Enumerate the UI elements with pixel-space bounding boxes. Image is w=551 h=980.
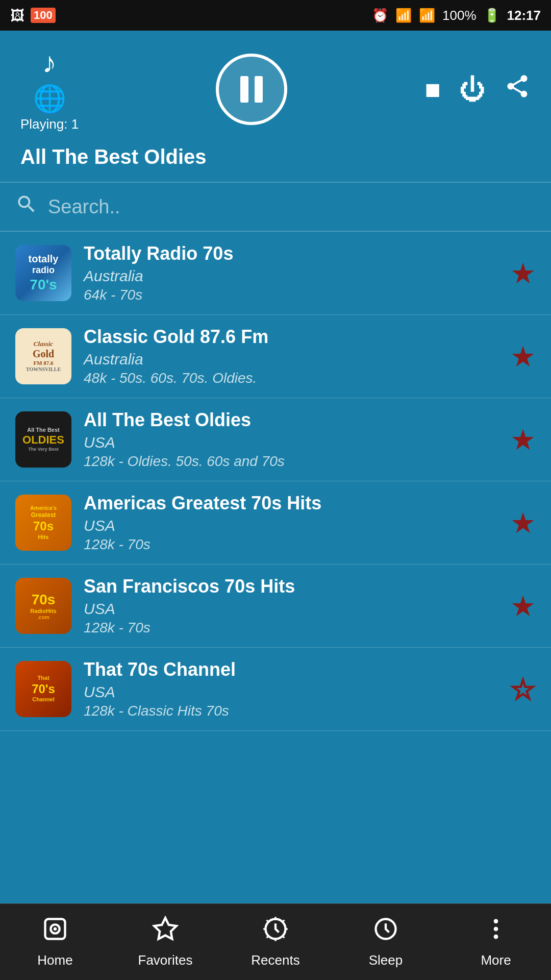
station-info-6: That 70s Channel USA 128k - Classic Hits… — [84, 659, 498, 719]
station-info-2: Classic Gold 87.6 Fm Australia 48k - 50s… — [84, 326, 498, 386]
status-right: ⏰ 📶 📶 100% 🔋 12:17 — [372, 8, 541, 23]
sleep-icon — [372, 916, 399, 948]
favorite-star-5[interactable]: ★ — [510, 590, 536, 623]
station-info-3: All The Best Oldies USA 128k - Oldies. 5… — [84, 409, 498, 470]
stop-button[interactable]: ■ — [425, 74, 441, 105]
station-bitrate-2: 48k - 50s. 60s. 70s. Oldies. — [84, 370, 498, 386]
station-logo-3: All The Best OLDIES The Very Best — [15, 411, 71, 468]
station-country-4: USA — [84, 517, 498, 534]
globe-icon[interactable]: 🌐 — [33, 83, 66, 114]
share-button[interactable] — [504, 73, 531, 106]
station-info-1: Totally Radio 70s Australia 64k - 70s — [84, 243, 498, 303]
photo-icon: 🖼 — [10, 7, 24, 24]
battery-percent: 100% — [442, 8, 477, 23]
station-bitrate-6: 128k - Classic Hits 70s — [84, 703, 498, 719]
svg-point-2 — [54, 927, 57, 931]
power-button[interactable]: ⏻ — [459, 74, 486, 105]
nav-favorites-label: Favorites — [138, 952, 193, 968]
station-country-6: USA — [84, 683, 498, 701]
favorite-star-2[interactable]: ★ — [510, 340, 536, 373]
recents-icon — [262, 916, 289, 948]
header: ♪ 🌐 Playing: 1 ■ ⏻ — [0, 31, 551, 182]
bottom-nav: Home Favorites Recents Sleep — [0, 903, 551, 980]
nav-sleep[interactable]: Sleep — [331, 916, 441, 968]
status-left: 🖼 100 — [10, 7, 56, 24]
header-left-controls: ♪ 🌐 Playing: 1 — [20, 46, 79, 132]
nav-more[interactable]: More — [441, 916, 551, 968]
list-item[interactable]: Classic Gold FM 87.6 TOWNSVILLE Classic … — [0, 315, 551, 398]
station-logo-4: America's Greatest 70s Hits — [15, 495, 71, 551]
station-country-3: USA — [84, 434, 498, 451]
header-center — [216, 54, 287, 125]
nav-home[interactable]: Home — [0, 916, 110, 968]
svg-point-6 — [494, 927, 498, 932]
list-item[interactable]: totally radio 70's Totally Radio 70s Aus… — [0, 232, 551, 315]
nav-favorites[interactable]: Favorites — [110, 916, 220, 968]
favorite-star-3[interactable]: ★ — [510, 423, 536, 456]
wifi-icon: 📶 — [395, 8, 412, 23]
header-right-controls: ■ ⏻ — [425, 73, 531, 106]
search-bar — [0, 182, 551, 232]
station-logo-5: 70s RadioHits .com — [15, 578, 71, 634]
nav-recents[interactable]: Recents — [220, 916, 331, 968]
station-country-5: USA — [84, 600, 498, 618]
nav-more-label: More — [481, 952, 511, 968]
station-info-5: San Franciscos 70s Hits USA 128k - 70s — [84, 576, 498, 636]
home-icon — [42, 916, 68, 948]
battery-icon: 🔋 — [484, 8, 500, 23]
list-item[interactable]: That 70's Channel That 70s Channel USA 1… — [0, 648, 551, 731]
station-list: totally radio 70's Totally Radio 70s Aus… — [0, 232, 551, 926]
playing-label: Playing: 1 — [20, 116, 79, 132]
station-bitrate-5: 128k - 70s — [84, 620, 498, 636]
station-logo-2: Classic Gold FM 87.6 TOWNSVILLE — [15, 328, 71, 384]
station-name-2: Classic Gold 87.6 Fm — [84, 326, 498, 348]
status-bar: 🖼 100 ⏰ 📶 📶 100% 🔋 12:17 — [0, 0, 551, 31]
station-info-4: Americas Greatest 70s Hits USA 128k - 70… — [84, 493, 498, 553]
search-input[interactable] — [48, 196, 536, 218]
alarm-icon: ⏰ — [372, 8, 388, 23]
svg-point-5 — [494, 919, 498, 924]
station-country-2: Australia — [84, 351, 498, 368]
signal-icon: 📶 — [419, 8, 435, 23]
svg-point-7 — [494, 935, 498, 939]
station-bitrate-1: 64k - 70s — [84, 287, 498, 303]
favorite-star-4[interactable]: ★ — [510, 506, 536, 540]
pause-icon — [240, 76, 263, 103]
pause-button[interactable] — [216, 54, 287, 125]
station-bitrate-4: 128k - 70s — [84, 536, 498, 553]
station-name-6: That 70s Channel — [84, 659, 498, 680]
favorite-star-6[interactable]: ☆ — [510, 673, 536, 706]
station-name-1: Totally Radio 70s — [84, 243, 498, 264]
favorite-star-1[interactable]: ★ — [510, 257, 536, 290]
clock-display: 12:17 — [507, 8, 541, 23]
station-country-1: Australia — [84, 267, 498, 285]
station-bitrate-3: 128k - Oldies. 50s. 60s and 70s — [84, 453, 498, 470]
station-name-5: San Franciscos 70s Hits — [84, 576, 498, 597]
music-icon[interactable]: ♪ — [42, 46, 57, 79]
station-name-3: All The Best Oldies — [84, 409, 498, 431]
list-item[interactable]: 70s RadioHits .com San Franciscos 70s Hi… — [0, 565, 551, 648]
list-item[interactable]: All The Best OLDIES The Very Best All Th… — [0, 398, 551, 481]
radio-icon: 100 — [31, 8, 56, 23]
nav-sleep-label: Sleep — [369, 952, 403, 968]
nav-recents-label: Recents — [251, 952, 299, 968]
station-name-4: Americas Greatest 70s Hits — [84, 493, 498, 514]
now-playing-title: All The Best Oldies — [20, 140, 531, 172]
header-controls: ♪ 🌐 Playing: 1 ■ ⏻ — [20, 46, 531, 132]
search-icon — [15, 193, 38, 220]
list-item[interactable]: America's Greatest 70s Hits Americas Gre… — [0, 481, 551, 565]
nav-home-label: Home — [37, 952, 72, 968]
more-icon — [483, 916, 509, 948]
favorites-icon — [152, 916, 179, 948]
station-logo-1: totally radio 70's — [15, 245, 71, 301]
station-logo-6: That 70's Channel — [15, 661, 71, 717]
